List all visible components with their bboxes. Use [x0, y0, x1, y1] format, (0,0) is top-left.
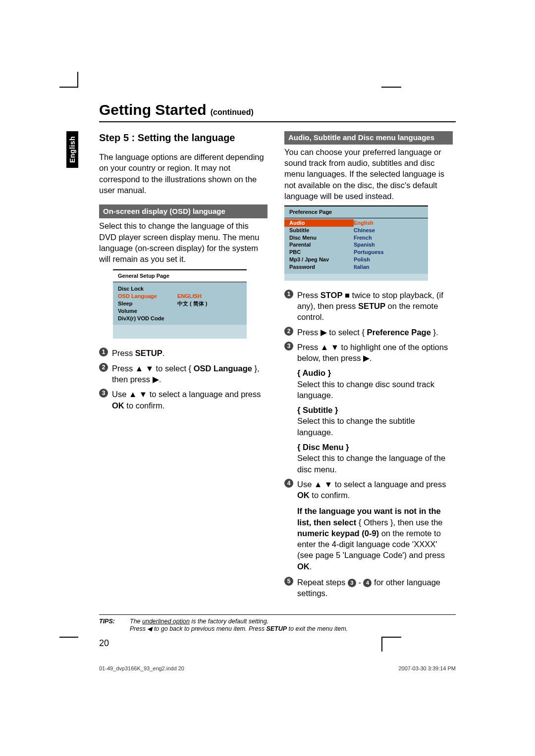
- tips-text: The: [130, 618, 142, 625]
- inline-step-ref-icon: 4: [363, 579, 372, 587]
- osd-row: DivX(r) VOD Code: [118, 315, 177, 322]
- step-text-bold: Preference Page: [367, 328, 430, 337]
- pref-row: Subtitle: [289, 227, 354, 234]
- intro-paragraph: The language options are different depen…: [99, 151, 268, 196]
- asd-section-header: Audio, Subtitle and Disc menu languages: [284, 131, 453, 145]
- osd-row: Sleep: [118, 300, 177, 307]
- step-number-icon: 4: [284, 479, 293, 488]
- osd-menu-screenshot: General Setup Page Disc Lock OSD Languag…: [113, 269, 247, 339]
- step-number-icon: 5: [284, 577, 293, 586]
- left-column: Step 5 : Setting the language The langua…: [99, 131, 268, 603]
- step-text: -: [356, 578, 364, 587]
- step-text: to confirm.: [124, 401, 165, 410]
- osd-row: Disc Lock: [118, 285, 177, 293]
- step-text: Use ▲ ▼ to select a language and press: [297, 480, 446, 489]
- step-text: Press ▲ ▼ to select {: [112, 364, 194, 373]
- title-rule: [99, 121, 456, 122]
- osd-row: Volume: [118, 307, 177, 315]
- tips-text-bold: SETUP: [266, 625, 287, 632]
- step-text: Press ▲ ▼ to highlight one of the option…: [297, 342, 453, 364]
- step-text-bold: OK: [297, 491, 310, 500]
- note-others: If the language you want is not in the l…: [297, 505, 453, 572]
- tips-label: TIPS:: [99, 618, 130, 632]
- footer-right: 2007-03-30 3:39:14 PM: [398, 665, 456, 671]
- step-text: Repeat steps: [297, 578, 348, 587]
- option-label: { Disc Menu }: [297, 442, 453, 453]
- language-tab: English: [66, 131, 78, 168]
- page-title-continued: (continued): [211, 108, 254, 117]
- pref-row-value: Polish: [354, 256, 370, 263]
- pref-row-selected: Audio: [284, 219, 354, 227]
- option-text: Select this to change disc sound track l…: [297, 379, 453, 401]
- osd-menu-title: General Setup Page: [113, 269, 247, 282]
- option-audio: { Audio } Select this to change disc sou…: [297, 367, 453, 401]
- step-number-icon: 2: [284, 327, 293, 336]
- pref-row: Mp3 / Jpeg Nav: [289, 256, 354, 263]
- pref-row-value: Chinese: [354, 227, 375, 234]
- option-label: { Audio }: [297, 367, 453, 378]
- pref-row: PBC: [289, 249, 354, 256]
- step-text-bold: OSD Language: [194, 364, 252, 373]
- step-item: 3 Press ▲ ▼ to highlight one of the opti…: [284, 342, 453, 364]
- step-item: 3 Use ▲ ▼ to select a language and press…: [99, 389, 268, 411]
- print-footer: 01-49_dvp3166K_93_eng2.indd 20 2007-03-3…: [99, 665, 456, 671]
- pref-row: Parental: [289, 241, 354, 249]
- step-text: Press: [112, 349, 135, 357]
- preference-menu-title: Preference Page: [284, 205, 428, 218]
- asd-description: You can choose your preferred language o…: [284, 147, 453, 202]
- pref-row: Disc Menu: [289, 234, 354, 242]
- step-number-icon: 1: [99, 348, 108, 356]
- step-text-bold: SETUP: [358, 302, 385, 310]
- step-text: .: [162, 349, 165, 357]
- step-text: Press ▶ to select {: [297, 328, 367, 337]
- step-item: 1 Press SETUP.: [99, 348, 268, 358]
- step-text-bold: OK: [112, 401, 124, 410]
- step-item: 2 Press ▲ ▼ to select { OSD Language }, …: [99, 363, 268, 385]
- note-text-bold: numeric keypad (0-9): [297, 529, 379, 538]
- step-text-bold: STOP: [321, 291, 343, 300]
- tips-underlined: underlined option: [142, 618, 190, 625]
- step-item: 5 Repeat steps 3 - 4 for other language …: [284, 577, 453, 599]
- step-text: Use ▲ ▼ to select a language and press: [112, 390, 261, 399]
- tips-text: to exit the menu item.: [287, 625, 348, 632]
- tips-text: is the factory default setting.: [190, 618, 268, 625]
- tips-footer: TIPS: The underlined option is the facto…: [99, 614, 456, 632]
- osd-row-value: ENGLISH: [177, 293, 202, 300]
- step-text-bold: SETUP: [135, 349, 162, 357]
- osd-description: Select this to change the language of th…: [99, 220, 268, 264]
- note-text-bold: OK: [297, 562, 310, 571]
- option-text: Select this to change the subtitle langu…: [297, 415, 453, 438]
- option-text: Select this to change the language of th…: [297, 453, 453, 475]
- step-number-icon: 3: [284, 342, 293, 351]
- step-text: Press: [297, 291, 321, 300]
- page-title: Getting Started: [99, 101, 207, 118]
- footer-left: 01-49_dvp3166K_93_eng2.indd 20: [99, 665, 184, 671]
- step-number-icon: 3: [99, 389, 108, 398]
- pref-row-value: Italian: [354, 263, 370, 271]
- page-number: 20: [99, 638, 466, 649]
- note-text: .: [310, 562, 312, 571]
- step-item: 2 Press ▶ to select { Preference Page }.: [284, 327, 453, 338]
- step-heading: Step 5 : Setting the language: [99, 131, 268, 145]
- step-item: 1 Press STOP ■ twice to stop playback, (…: [284, 290, 453, 323]
- osd-section-header: On-screen display (OSD) language: [99, 204, 268, 218]
- preference-menu-screenshot: Preference Page AudioEnglish SubtitleChi…: [284, 205, 428, 281]
- pref-row-value: French: [354, 234, 372, 242]
- step-number-icon: 1: [284, 290, 293, 299]
- osd-row-selected: OSD Language: [118, 293, 177, 300]
- manual-page: English Getting Started (continued) Step…: [69, 101, 466, 671]
- step-item: 4 Use ▲ ▼ to select a language and press…: [284, 479, 453, 501]
- pref-row: Password: [289, 263, 354, 271]
- step-number-icon: 2: [99, 363, 108, 372]
- osd-row-value: 中文 ( 简体 ): [177, 300, 208, 307]
- tips-text: Press ◀ to go back to previous menu item…: [130, 625, 266, 632]
- note-text: { Others }, then use the: [356, 518, 442, 527]
- step-text: }.: [431, 328, 438, 337]
- option-label: { Subtitle }: [297, 404, 453, 415]
- pref-row-value: Portuguess: [354, 249, 384, 256]
- option-disc-menu: { Disc Menu } Select this to change the …: [297, 442, 453, 475]
- right-column: Audio, Subtitle and Disc menu languages …: [284, 131, 453, 603]
- pref-row-value: Spanish: [354, 241, 375, 249]
- option-subtitle: { Subtitle } Select this to change the s…: [297, 404, 453, 438]
- pref-row-value: English: [354, 219, 374, 227]
